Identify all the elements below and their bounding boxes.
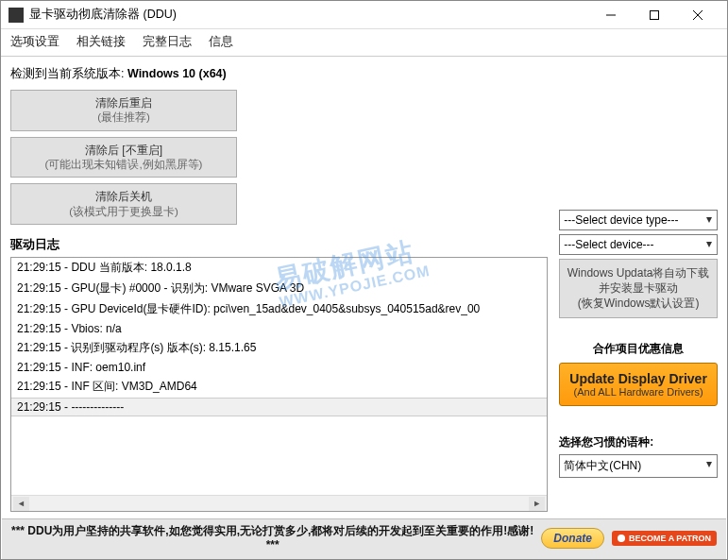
update-driver-l1: Update Display Driver — [564, 371, 713, 386]
windows-update-l2: (恢复Windows默认设置) — [564, 296, 713, 311]
log-heading: 驱动日志 — [10, 230, 548, 257]
clean-shutdown-button[interactable]: 清除后关机 (该模式用于更换显卡) — [10, 183, 237, 225]
menu-links[interactable]: 相关链接 — [76, 33, 126, 50]
clean-norestart-label: 清除后 [不重启] — [19, 143, 229, 158]
donate-button[interactable]: Donate — [541, 528, 604, 549]
menu-options[interactable]: 选项设置 — [10, 33, 59, 50]
footer: *** DDU为用户坚持的共享软件,如您觉得实用,无论打赏多少,都将对后续的开发… — [2, 518, 726, 559]
clean-norestart-button[interactable]: 清除后 [不重启] (可能出现未知错误,例如黑屏等) — [10, 137, 237, 178]
svg-rect-1 — [651, 10, 659, 19]
device-type-select[interactable]: ---Select device type--- — [559, 210, 718, 230]
update-driver-button[interactable]: Update Display Driver (And ALL Hardware … — [559, 363, 718, 406]
coop-label: 合作项目优惠信息 — [559, 341, 718, 357]
menu-log[interactable]: 完整日志 — [143, 33, 192, 50]
clean-shutdown-sub: (该模式用于更换显卡) — [19, 205, 229, 220]
clean-restart-button[interactable]: 清除后重启 (最佳推荐) — [10, 90, 237, 131]
os-version-line: 检测到当前系统版本: Windows 10 (x64) — [10, 62, 548, 90]
clean-restart-sub: (最佳推荐) — [19, 110, 229, 126]
log-line[interactable]: 21:29:15 - -------------- — [11, 398, 547, 416]
titlebar: 显卡驱动彻底清除器 (DDU) — [1, 1, 727, 29]
windows-update-l1: Windows Updata将自动下载并安装显卡驱动 — [564, 265, 713, 296]
patreon-label: BECOME A PATRON — [629, 534, 711, 543]
scroll-left-icon[interactable]: ◄ — [13, 497, 29, 511]
update-driver-l2: (And ALL Hardware Drivers) — [564, 386, 713, 398]
window-controls — [589, 1, 720, 29]
close-button[interactable] — [676, 1, 720, 29]
log-line[interactable]: 21:29:15 - DDU 当前版本: 18.0.1.8 — [11, 258, 547, 279]
footer-message: *** DDU为用户坚持的共享软件,如您觉得实用,无论打赏多少,都将对后续的开发… — [11, 524, 533, 553]
language-select[interactable]: 简体中文(CHN) — [559, 454, 718, 478]
clean-restart-label: 清除后重启 — [19, 95, 229, 110]
os-prefix: 检测到当前系统版本: — [10, 67, 127, 80]
log-box[interactable]: 21:29:15 - DDU 当前版本: 18.0.1.821:29:15 - … — [10, 257, 548, 512]
device-select[interactable]: ---Select device--- — [559, 234, 718, 255]
minimize-button[interactable] — [589, 1, 633, 29]
maximize-button[interactable] — [633, 1, 676, 29]
log-line[interactable]: 21:29:15 - Vbios: n/a — [11, 320, 547, 338]
language-label: 选择您习惯的语种: — [559, 434, 718, 450]
patreon-icon — [618, 535, 625, 542]
os-value: Windows 10 (x64) — [127, 67, 227, 80]
horizontal-scrollbar[interactable]: ◄ ► — [11, 495, 547, 511]
log-line[interactable]: 21:29:15 - INF: oem10.inf — [11, 359, 547, 377]
scroll-right-icon[interactable]: ► — [529, 497, 545, 511]
clean-shutdown-label: 清除后关机 — [19, 189, 229, 204]
menu-info[interactable]: 信息 — [209, 33, 233, 50]
log-line[interactable]: 21:29:15 - 识别到驱动程序(s) 版本(s): 8.15.1.65 — [11, 338, 547, 359]
menubar: 选项设置 相关链接 完整日志 信息 — [1, 29, 727, 57]
windows-update-button[interactable]: Windows Updata将自动下载并安装显卡驱动 (恢复Windows默认设… — [559, 259, 718, 318]
log-line[interactable]: 21:29:15 - GPU(显卡) #0000 - 识别为: VMware S… — [11, 279, 547, 299]
patreon-button[interactable]: BECOME A PATRON — [612, 531, 717, 546]
log-line[interactable]: 21:29:15 - GPU DeviceId(显卡硬件ID): pci\ven… — [11, 299, 547, 320]
app-icon — [8, 8, 24, 23]
clean-norestart-sub: (可能出现未知错误,例如黑屏等) — [19, 158, 229, 173]
log-line[interactable]: 21:29:15 - INF 区间: VM3D_AMD64 — [11, 377, 547, 398]
window-title: 显卡驱动彻底清除器 (DDU) — [29, 7, 589, 23]
